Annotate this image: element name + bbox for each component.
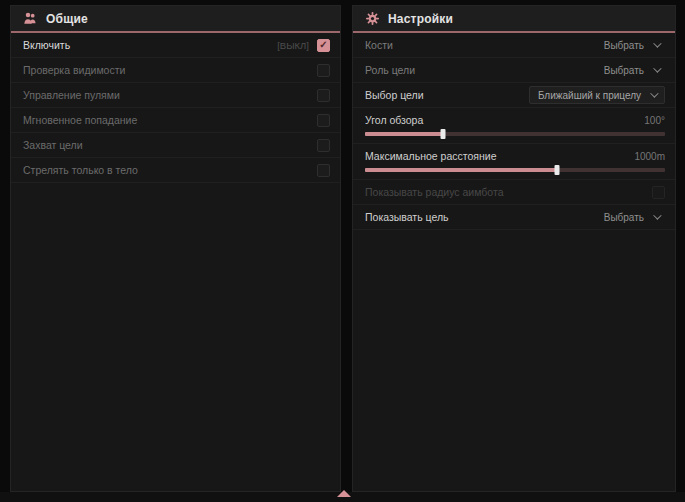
toggle-label: Проверка видимости bbox=[23, 64, 317, 76]
toggle-label: Стрелять только в тело bbox=[23, 164, 317, 176]
bones-select[interactable]: Выбрать bbox=[598, 36, 665, 54]
setting-label: Роль цели bbox=[365, 64, 415, 76]
checkbox-visibility-check[interactable]: ✓ bbox=[317, 64, 330, 77]
setting-row-fov: Угол обзора 100° bbox=[353, 108, 675, 144]
chevron-down-icon bbox=[653, 64, 661, 72]
checkbox-instant-hit[interactable]: ✓ bbox=[317, 114, 330, 127]
people-icon bbox=[23, 11, 38, 26]
max-distance-slider-handle[interactable] bbox=[555, 165, 560, 175]
show-target-select[interactable]: Выбрать bbox=[598, 208, 665, 226]
setting-label: Угол обзора bbox=[365, 114, 423, 126]
toggle-label: Захват цели bbox=[23, 139, 317, 151]
fov-slider-handle[interactable] bbox=[441, 129, 446, 139]
checkbox-target-lock[interactable]: ✓ bbox=[317, 139, 330, 152]
panel-general: Общие Включить [ВЫКЛ] ✓ Проверка видимос… bbox=[10, 5, 341, 492]
fov-value: 100° bbox=[644, 115, 665, 126]
max-distance-value: 1000m bbox=[634, 151, 665, 162]
checkbox-show-radius[interactable]: ✓ bbox=[652, 186, 665, 199]
panel-title: Настройки bbox=[388, 12, 453, 26]
toggle-label: Управление пулями bbox=[23, 89, 317, 101]
select-value: Выбрать bbox=[604, 40, 644, 51]
panel-settings-header: Настройки bbox=[353, 6, 675, 33]
checkbox-bullet-control[interactable]: ✓ bbox=[317, 89, 330, 102]
setting-label: Максимальное расстояние bbox=[365, 150, 496, 162]
select-value: Выбрать bbox=[604, 65, 644, 76]
checkbox-body-only[interactable]: ✓ bbox=[317, 164, 330, 177]
chevron-down-icon bbox=[650, 89, 658, 97]
toggle-row-visibility-check[interactable]: Проверка видимости ✓ bbox=[11, 58, 340, 83]
setting-row-target-selection: Выбор цели Ближайший к прицелу bbox=[353, 83, 675, 108]
select-value: Выбрать bbox=[604, 212, 644, 223]
setting-label: Показывать радиус аимбота bbox=[365, 186, 504, 198]
keybind-badge[interactable]: [ВЫКЛ] bbox=[277, 40, 309, 51]
setting-row-max-distance: Максимальное расстояние 1000m bbox=[353, 144, 675, 180]
panel-settings: Настройки Кости Выбрать Роль цели Выбрат… bbox=[352, 5, 676, 492]
toggle-row-body-only[interactable]: Стрелять только в тело ✓ bbox=[11, 158, 340, 183]
toggle-row-instant-hit[interactable]: Мгновенное попадание ✓ bbox=[11, 108, 340, 133]
select-value: Ближайший к прицелу bbox=[538, 90, 641, 101]
fov-slider[interactable] bbox=[365, 132, 665, 136]
panel-title: Общие bbox=[46, 12, 88, 26]
setting-label: Показывать цель bbox=[365, 211, 449, 223]
toggle-label: Включить bbox=[23, 39, 277, 51]
panel-general-header: Общие bbox=[11, 6, 340, 33]
checkbox-enable[interactable]: ✓ bbox=[317, 39, 330, 52]
setting-row-bones: Кости Выбрать bbox=[353, 33, 675, 58]
toggle-row-target-lock[interactable]: Захват цели ✓ bbox=[11, 133, 340, 158]
setting-row-show-target: Показывать цель Выбрать bbox=[353, 205, 675, 230]
max-distance-slider[interactable] bbox=[365, 168, 665, 172]
toggle-row-enable[interactable]: Включить [ВЫКЛ] ✓ bbox=[11, 33, 340, 58]
gear-icon bbox=[365, 11, 380, 26]
max-distance-slider-fill bbox=[365, 168, 557, 172]
setting-label: Кости bbox=[365, 39, 393, 51]
setting-row-show-radius: Показывать радиус аимбота ✓ bbox=[353, 180, 675, 205]
toggle-label: Мгновенное попадание bbox=[23, 114, 317, 126]
setting-label: Выбор цели bbox=[365, 89, 424, 101]
target-selection-select[interactable]: Ближайший к прицелу bbox=[529, 86, 665, 104]
check-icon: ✓ bbox=[319, 40, 327, 50]
chevron-down-icon bbox=[653, 211, 661, 219]
triangle-up-icon[interactable] bbox=[337, 490, 351, 497]
setting-row-target-role: Роль цели Выбрать bbox=[353, 58, 675, 83]
target-role-select[interactable]: Выбрать bbox=[598, 61, 665, 79]
toggle-row-bullet-control[interactable]: Управление пулями ✓ bbox=[11, 83, 340, 108]
fov-slider-fill bbox=[365, 132, 443, 136]
cheat-menu-overlay: Общие Включить [ВЫКЛ] ✓ Проверка видимос… bbox=[0, 0, 685, 502]
chevron-down-icon bbox=[653, 39, 661, 47]
